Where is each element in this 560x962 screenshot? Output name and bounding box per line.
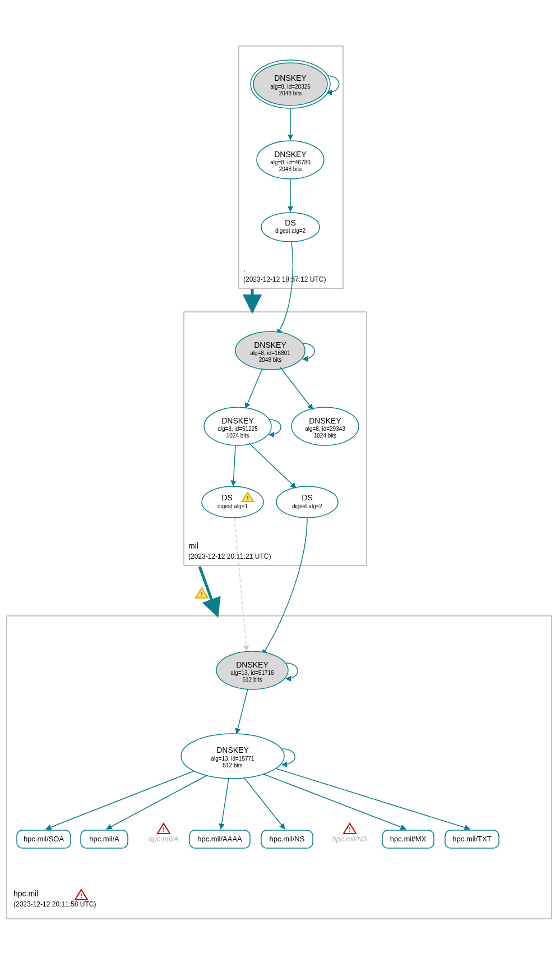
rr-mx: hpc.mil/MX xyxy=(382,830,434,848)
node-root-ksk: DNSKEY alg=8, id=20326 2048 bits xyxy=(251,60,330,108)
svg-text:DS: DS xyxy=(302,493,312,502)
svg-text:alg=8, id=20326: alg=8, id=20326 xyxy=(270,84,311,90)
svg-text:DNSKEY: DNSKEY xyxy=(274,150,307,159)
svg-text:hpc.mil/NS: hpc.mil/NS xyxy=(332,835,368,843)
svg-text:alg=13, id=15771: alg=13, id=15771 xyxy=(211,756,254,762)
rr-ns-insecure: hpc.mil/NS ! xyxy=(332,823,368,843)
svg-text:alg=8, id=46780: alg=8, id=46780 xyxy=(270,159,311,165)
zone-mil-timestamp: (2023-12-12 20:11:21 UTC) xyxy=(188,553,271,560)
svg-text:DNSKEY: DNSKEY xyxy=(236,660,269,669)
svg-text:!: ! xyxy=(349,826,351,833)
rr-aaaa: hpc.mil/AAAA xyxy=(189,830,250,848)
warning-icon-delegation: ! xyxy=(196,588,208,598)
svg-point-28 xyxy=(276,486,338,518)
svg-text:1024 bits: 1024 bits xyxy=(226,432,249,439)
svg-text:DS: DS xyxy=(285,218,295,227)
edge-hpcksk-hpczsk xyxy=(237,689,248,734)
svg-text:DNSKEY: DNSKEY xyxy=(216,745,249,754)
svg-text:!: ! xyxy=(201,591,203,597)
edge-milzsk1-ds1 xyxy=(233,445,235,486)
rr-txt: hpc.mil/TXT xyxy=(445,830,499,848)
svg-text:2048 bits: 2048 bits xyxy=(279,166,302,172)
svg-text:digest alg=1: digest alg=1 xyxy=(217,503,248,509)
edge-ds1-hpcksk-dashed xyxy=(234,518,247,651)
svg-text:512 bits: 512 bits xyxy=(223,762,242,768)
rr-ns: hpc.mil/NS xyxy=(261,830,313,848)
svg-text:alg=8, id=16801: alg=8, id=16801 xyxy=(250,350,290,356)
rr-a-insecure: hpc.mil/A ! xyxy=(149,823,178,843)
svg-text:DS: DS xyxy=(221,493,232,502)
svg-text:DNSKEY: DNSKEY xyxy=(221,416,254,425)
svg-text:!: ! xyxy=(80,892,82,899)
node-hpc-ksk: DNSKEY alg=13, id=51716 512 bits xyxy=(216,651,288,689)
error-icon-ns: ! xyxy=(344,823,356,834)
edge-milzsk1-ds2 xyxy=(249,443,296,488)
svg-text:hpc.mil/A: hpc.mil/A xyxy=(149,835,178,843)
dnssec-chain-diagram: . (2023-12-12 18:57:12 UTC) DNSKEY alg=8… xyxy=(0,0,560,962)
svg-text:hpc.mil/NS: hpc.mil/NS xyxy=(270,835,305,843)
svg-text:DNSKEY: DNSKEY xyxy=(274,73,307,82)
node-mil-zsk2: DNSKEY alg=8, id=29343 1024 bits xyxy=(291,407,359,445)
svg-text:!: ! xyxy=(163,826,165,833)
node-root-ds: DS digest alg=2 xyxy=(261,213,320,242)
node-hpc-zsk: DNSKEY alg=13, id=15771 512 bits xyxy=(181,734,284,779)
svg-text:DNSKEY: DNSKEY xyxy=(254,340,286,349)
edge-zsk-ns xyxy=(244,777,285,829)
svg-text:alg=8, id=29343: alg=8, id=29343 xyxy=(305,426,345,432)
error-icon-zone-hpc: ! xyxy=(75,890,87,900)
zone-hpc-timestamp: (2023-12-12 20:11:58 UTC) xyxy=(13,900,96,908)
zone-hpc-label: hpc.mil xyxy=(13,889,38,898)
svg-point-9 xyxy=(261,213,320,242)
node-mil-ds2: DS digest alg=2 xyxy=(276,486,338,518)
edge-milksk-milzsk1 xyxy=(246,369,262,408)
svg-text:digest alg=2: digest alg=2 xyxy=(292,503,323,509)
svg-text:1024 bits: 1024 bits xyxy=(314,432,337,439)
edge-zsk-aaaa xyxy=(221,779,229,829)
svg-text:hpc.mil/AAAA: hpc.mil/AAAA xyxy=(197,835,242,843)
svg-text:hpc.mil/TXT: hpc.mil/TXT xyxy=(452,835,491,843)
zone-mil-label: mil xyxy=(188,541,198,550)
zone-root-timestamp: (2023-12-12 18:57:12 UTC) xyxy=(243,275,326,283)
rr-soa: hpc.mil/SOA xyxy=(17,830,71,848)
svg-text:2048 bits: 2048 bits xyxy=(279,90,302,96)
edge-zsk-mx xyxy=(263,774,406,829)
svg-text:alg=8, id=51225: alg=8, id=51225 xyxy=(217,426,258,432)
svg-text:2048 bits: 2048 bits xyxy=(259,357,282,363)
svg-text:!: ! xyxy=(247,495,249,501)
rr-a: hpc.mil/A xyxy=(81,830,128,848)
svg-text:hpc.mil/MX: hpc.mil/MX xyxy=(390,835,427,843)
svg-text:DNSKEY: DNSKEY xyxy=(309,416,341,425)
svg-text:digest alg=2: digest alg=2 xyxy=(275,228,306,234)
edge-ds2-hpcksk xyxy=(262,518,307,655)
node-mil-zsk1: DNSKEY alg=8, id=51225 1024 bits xyxy=(204,407,271,445)
edge-milksk-milzsk2 xyxy=(280,367,313,409)
zone-root-label: . xyxy=(243,264,246,273)
node-root-zsk: DNSKEY alg=8, id=46780 2048 bits xyxy=(257,141,324,179)
edge-zsk-txt xyxy=(276,768,470,829)
svg-text:hpc.mil/SOA: hpc.mil/SOA xyxy=(24,835,64,843)
svg-text:512 bits: 512 bits xyxy=(242,676,262,683)
svg-text:alg=13, id=51716: alg=13, id=51716 xyxy=(230,670,274,676)
svg-text:hpc.mil/A: hpc.mil/A xyxy=(89,835,119,843)
edge-zsk-soa xyxy=(46,771,193,829)
node-mil-ksk: DNSKEY alg=8, id=16801 2048 bits xyxy=(235,332,305,370)
edge-zsk-a xyxy=(107,775,207,829)
error-icon-a: ! xyxy=(158,823,170,834)
